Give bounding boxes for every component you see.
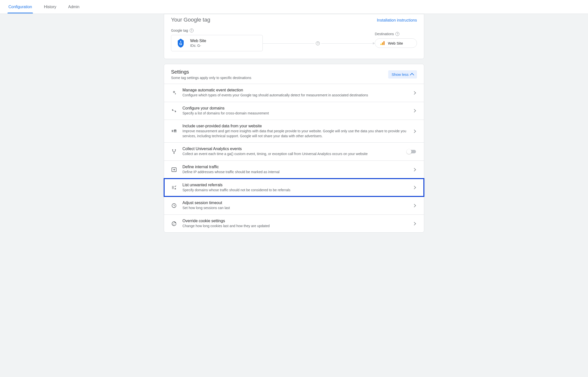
- setting-desc: Specify a list of domains for cross-doma…: [182, 111, 408, 116]
- settings-title: Settings: [171, 69, 251, 75]
- setting-title: Manage automatic event detection: [182, 88, 408, 92]
- setting-desc: Set how long sessions can last: [182, 206, 408, 211]
- setting-title: Include user-provided data from your web…: [182, 124, 408, 128]
- setting-row-session-timeout[interactable]: Adjust session timeout Set how long sess…: [164, 196, 424, 215]
- svg-point-11: [172, 149, 173, 150]
- setting-row-ua-events[interactable]: Collect Universal Analytics events Colle…: [164, 142, 424, 161]
- user-data-icon: [171, 128, 177, 134]
- installation-instructions-link[interactable]: Installation instructions: [377, 18, 417, 23]
- setting-row-domains[interactable]: Configure your domains Specify a list of…: [164, 102, 424, 120]
- svg-rect-4: [383, 41, 384, 45]
- setting-desc: Collect an event each time a ga() custom…: [182, 152, 402, 157]
- chevron-right-icon: [412, 109, 416, 112]
- setting-desc: Improve measurement and get more insight…: [182, 129, 408, 138]
- setting-desc: Configure which types of events your Goo…: [182, 93, 408, 98]
- svg-point-17: [174, 224, 175, 224]
- chevron-right-icon: [412, 168, 416, 171]
- setting-title: Override cookie settings: [182, 219, 408, 223]
- toggle-ua-events[interactable]: [407, 150, 416, 153]
- destination-name: Web Site: [388, 41, 403, 45]
- setting-title: Configure your domains: [182, 106, 408, 110]
- svg-point-10: [175, 130, 176, 131]
- tab-history[interactable]: History: [43, 1, 57, 13]
- chevron-right-icon: [412, 204, 416, 207]
- settings-subtitle: Some tag settings apply only to specific…: [171, 76, 251, 80]
- cookie-icon: [171, 221, 177, 227]
- help-icon[interactable]: ?: [190, 28, 194, 32]
- chevron-right-icon: [412, 186, 416, 189]
- settings-card: Settings Some tag settings apply only to…: [164, 64, 424, 233]
- svg-point-18: [173, 224, 174, 225]
- google-tag-box[interactable]: G Web Site IDs: G-: [171, 35, 263, 51]
- svg-point-16: [173, 223, 174, 223]
- internal-traffic-icon: [171, 167, 177, 173]
- help-icon[interactable]: ?: [316, 41, 320, 45]
- destination-chip[interactable]: Web Site: [375, 38, 417, 48]
- chevron-right-icon: [412, 91, 416, 95]
- setting-row-user-data[interactable]: Include user-provided data from your web…: [164, 120, 424, 142]
- google-tag-ids: IDs: G-: [190, 44, 206, 48]
- help-icon[interactable]: ?: [395, 32, 399, 36]
- tab-configuration[interactable]: Configuration: [7, 1, 33, 13]
- google-tag-name: Web Site: [190, 39, 206, 43]
- svg-point-12: [175, 149, 176, 150]
- svg-rect-5: [172, 130, 173, 131]
- setting-row-cookie-settings[interactable]: Override cookie settings Change how long…: [164, 215, 424, 233]
- show-less-button[interactable]: Show less: [388, 70, 417, 79]
- setting-desc: Specify domains whose traffic should not…: [182, 188, 408, 193]
- svg-rect-2: [381, 44, 382, 45]
- google-tag-card: Your Google tag Installation instruction…: [164, 14, 424, 59]
- setting-title: Collect Universal Analytics events: [182, 147, 402, 151]
- chevron-up-icon: [410, 73, 414, 77]
- sparkle-icon: [171, 90, 177, 96]
- google-tag-icon: G: [176, 38, 185, 48]
- checklist-icon: [171, 185, 177, 190]
- setting-desc: Change how long cookies last and how the…: [182, 224, 408, 229]
- destinations-label: Destinations: [375, 32, 394, 36]
- svg-rect-6: [173, 130, 173, 131]
- setting-title: List unwanted referrals: [182, 183, 408, 187]
- fork-icon: [171, 149, 177, 155]
- svg-rect-7: [172, 131, 173, 131]
- clock-icon: [171, 203, 177, 209]
- setting-row-internal-traffic[interactable]: Define internal traffic Define IP addres…: [164, 161, 424, 179]
- chevron-right-icon: [412, 222, 416, 225]
- setting-row-auto-event[interactable]: Manage automatic event detection Configu…: [164, 84, 424, 102]
- google-tag-label: Google tag: [171, 28, 188, 32]
- setting-desc: Define IP addresses whose traffic should…: [182, 170, 408, 175]
- svg-rect-3: [382, 42, 383, 45]
- google-tag-title: Your Google tag: [171, 17, 210, 24]
- svg-text:G: G: [179, 42, 182, 46]
- setting-title: Define internal traffic: [182, 165, 408, 169]
- setting-title: Adjust session timeout: [182, 201, 408, 205]
- analytics-icon: [380, 41, 385, 46]
- tab-admin[interactable]: Admin: [67, 1, 80, 13]
- chevron-right-icon: [412, 130, 416, 133]
- connector-line: ?: [263, 34, 375, 45]
- top-tabs: Configuration History Admin: [0, 0, 588, 14]
- svg-rect-8: [172, 132, 173, 132]
- setting-row-unwanted-referrals[interactable]: List unwanted referrals Specify domains …: [164, 179, 424, 197]
- arrows-merge-icon: [171, 108, 177, 114]
- svg-point-13: [174, 153, 175, 154]
